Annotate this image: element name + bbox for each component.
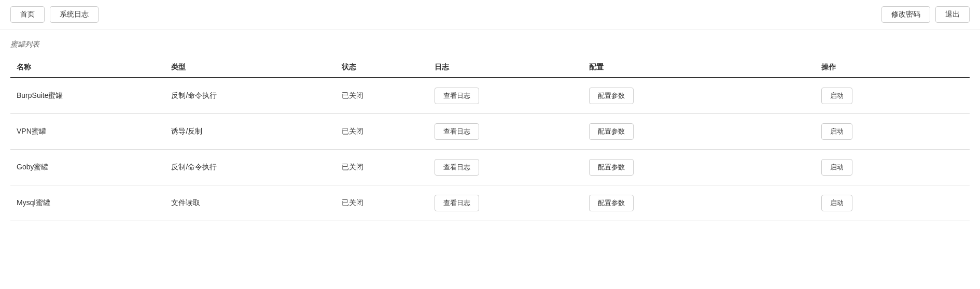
start-button[interactable]: 启动 xyxy=(821,195,852,211)
cell-action: 启动 xyxy=(815,150,970,185)
cell-log: 查看日志 xyxy=(428,150,583,185)
page-subtitle: 蜜罐列表 xyxy=(10,40,970,49)
config-params-button[interactable]: 配置参数 xyxy=(589,195,634,211)
table-row: BurpSuite蜜罐反制/命令执行已关闭查看日志配置参数启动 xyxy=(10,78,970,114)
cell-config: 配置参数 xyxy=(583,114,815,150)
cell-type: 反制/命令执行 xyxy=(165,150,335,185)
cell-action: 启动 xyxy=(815,78,970,114)
start-button[interactable]: 启动 xyxy=(821,159,852,176)
config-params-button[interactable]: 配置参数 xyxy=(589,88,634,104)
col-header-name: 名称 xyxy=(10,57,165,78)
table-row: Mysql蜜罐文件读取已关闭查看日志配置参数启动 xyxy=(10,185,970,221)
col-header-status: 状态 xyxy=(335,57,428,78)
cell-action: 启动 xyxy=(815,185,970,221)
config-params-button[interactable]: 配置参数 xyxy=(589,159,634,176)
honeypot-table: 名称 类型 状态 日志 配置 操作 BurpSuite蜜罐反制/命令执行已关闭查… xyxy=(10,57,970,221)
view-log-button[interactable]: 查看日志 xyxy=(435,195,479,211)
col-header-action: 操作 xyxy=(815,57,970,78)
nav-syslog-button[interactable]: 系统日志 xyxy=(50,6,99,23)
cell-status: 已关闭 xyxy=(335,114,428,150)
header-right-actions: 修改密码 退出 xyxy=(881,6,970,23)
cell-name: BurpSuite蜜罐 xyxy=(10,78,165,114)
table-row: Goby蜜罐反制/命令执行已关闭查看日志配置参数启动 xyxy=(10,150,970,185)
view-log-button[interactable]: 查看日志 xyxy=(435,123,479,140)
cell-type: 文件读取 xyxy=(165,185,335,221)
main-content: 蜜罐列表 名称 类型 状态 日志 配置 操作 BurpSuite蜜罐反制/命令执… xyxy=(0,30,980,232)
cell-config: 配置参数 xyxy=(583,78,815,114)
header: 首页 系统日志 修改密码 退出 xyxy=(0,0,980,30)
cell-log: 查看日志 xyxy=(428,78,583,114)
table-header-row: 名称 类型 状态 日志 配置 操作 xyxy=(10,57,970,78)
cell-config: 配置参数 xyxy=(583,185,815,221)
cell-type: 反制/命令执行 xyxy=(165,78,335,114)
cell-name: Mysql蜜罐 xyxy=(10,185,165,221)
header-nav: 首页 系统日志 xyxy=(10,6,881,23)
table-body: BurpSuite蜜罐反制/命令执行已关闭查看日志配置参数启动VPN蜜罐诱导/反… xyxy=(10,78,970,221)
cell-status: 已关闭 xyxy=(335,78,428,114)
config-params-button[interactable]: 配置参数 xyxy=(589,123,634,140)
nav-home-button[interactable]: 首页 xyxy=(10,6,45,23)
cell-type: 诱导/反制 xyxy=(165,114,335,150)
col-header-config: 配置 xyxy=(583,57,815,78)
cell-status: 已关闭 xyxy=(335,150,428,185)
start-button[interactable]: 启动 xyxy=(821,88,852,104)
table-header: 名称 类型 状态 日志 配置 操作 xyxy=(10,57,970,78)
table-row: VPN蜜罐诱导/反制已关闭查看日志配置参数启动 xyxy=(10,114,970,150)
view-log-button[interactable]: 查看日志 xyxy=(435,159,479,176)
logout-button[interactable]: 退出 xyxy=(935,6,970,23)
col-header-type: 类型 xyxy=(165,57,335,78)
cell-log: 查看日志 xyxy=(428,185,583,221)
cell-name: VPN蜜罐 xyxy=(10,114,165,150)
change-password-button[interactable]: 修改密码 xyxy=(881,6,930,23)
cell-config: 配置参数 xyxy=(583,150,815,185)
start-button[interactable]: 启动 xyxy=(821,123,852,140)
cell-action: 启动 xyxy=(815,114,970,150)
view-log-button[interactable]: 查看日志 xyxy=(435,88,479,104)
cell-name: Goby蜜罐 xyxy=(10,150,165,185)
col-header-log: 日志 xyxy=(428,57,583,78)
cell-log: 查看日志 xyxy=(428,114,583,150)
cell-status: 已关闭 xyxy=(335,185,428,221)
